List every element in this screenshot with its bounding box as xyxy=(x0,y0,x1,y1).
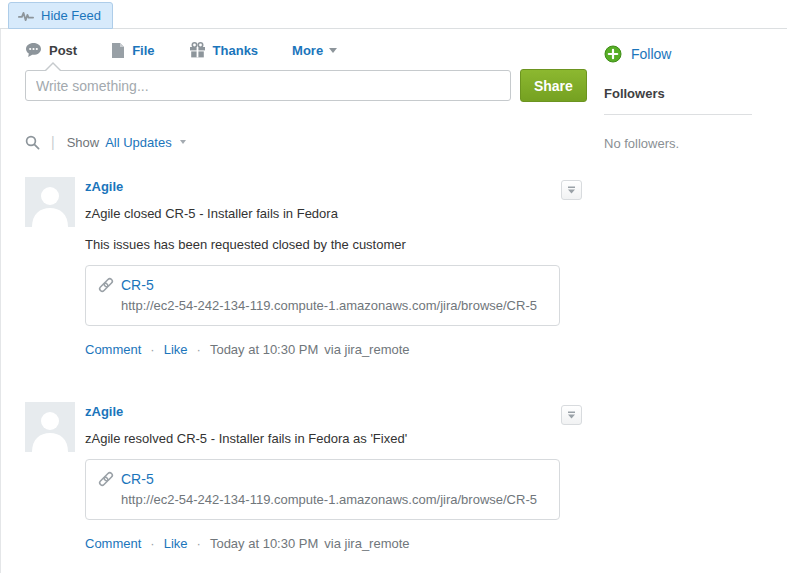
dot-separator: · xyxy=(150,342,154,357)
feed-item-menu-button[interactable] xyxy=(561,405,582,425)
avatar[interactable] xyxy=(25,402,75,452)
tab-thanks[interactable]: Thanks xyxy=(189,42,259,58)
feed-pulse-icon xyxy=(18,9,34,23)
hide-feed-tab[interactable]: Hide Feed xyxy=(8,2,113,29)
feed-item-headline: zAgile resolved CR-5 - Installer fails i… xyxy=(85,431,560,446)
post-bubble-icon xyxy=(25,42,42,58)
comment-link[interactable]: Comment xyxy=(85,536,141,551)
timestamp[interactable]: Today at 10:30 PM xyxy=(210,342,318,357)
controls-divider: | xyxy=(51,134,55,150)
no-followers-text: No followers. xyxy=(604,136,769,151)
search-icon[interactable] xyxy=(25,135,40,150)
filter-chevron-down-icon[interactable] xyxy=(180,140,186,144)
feed-filter-link[interactable]: All Updates xyxy=(105,135,171,150)
publisher: Share xyxy=(25,70,587,102)
link-title[interactable]: CR-5 xyxy=(121,471,154,487)
more-label: More xyxy=(292,43,323,58)
tab-post-label: Post xyxy=(49,43,77,58)
like-link[interactable]: Like xyxy=(164,342,188,357)
feed-item-body: zAgile zAgile resolved CR-5 - Installer … xyxy=(85,402,560,551)
author-link[interactable]: zAgile xyxy=(85,179,123,194)
follow-sidebar: Follow Followers No followers. xyxy=(604,29,769,573)
dot-separator: · xyxy=(197,536,201,551)
publisher-pointer xyxy=(45,62,61,70)
chevron-down-icon xyxy=(329,48,337,53)
dot-separator: · xyxy=(150,536,154,551)
link-title[interactable]: CR-5 xyxy=(121,277,154,293)
like-link[interactable]: Like xyxy=(164,536,188,551)
feed-item-headline: zAgile closed CR-5 - Installer fails in … xyxy=(85,206,560,221)
show-label: Show xyxy=(67,135,100,150)
follow-row: Follow xyxy=(604,45,769,63)
attached-link-card: CR-5 http://ec2-54-242-134-119.compute-1… xyxy=(85,265,560,326)
avatar[interactable] xyxy=(25,177,75,227)
gift-icon xyxy=(189,42,206,58)
file-icon xyxy=(111,42,125,59)
publisher-tabs: Post File xyxy=(25,40,587,60)
follow-plus-icon[interactable] xyxy=(604,45,622,63)
comment-link[interactable]: Comment xyxy=(85,342,141,357)
sidebar-divider xyxy=(604,114,752,115)
feed-list: zAgile zAgile closed CR-5 - Installer fa… xyxy=(25,177,587,551)
link-url: http://ec2-54-242-134-119.compute-1.amaz… xyxy=(121,492,547,507)
feed-item: zAgile zAgile resolved CR-5 - Installer … xyxy=(25,402,582,551)
link-chain-icon xyxy=(98,471,114,487)
menu-caret-icon xyxy=(567,186,576,194)
tab-thanks-label: Thanks xyxy=(213,43,259,58)
tab-post[interactable]: Post xyxy=(25,42,77,58)
more-menu-button[interactable]: More xyxy=(292,43,337,58)
feed-item-body: zAgile zAgile closed CR-5 - Installer fa… xyxy=(85,177,560,357)
feed-tab-strip: Hide Feed xyxy=(0,0,787,29)
dot-separator: · xyxy=(197,342,201,357)
menu-caret-icon xyxy=(567,411,576,419)
tab-file[interactable]: File xyxy=(111,42,154,59)
post-input[interactable] xyxy=(25,70,511,101)
feed-page: Post File xyxy=(0,29,787,573)
share-button[interactable]: Share xyxy=(520,69,587,102)
author-link[interactable]: zAgile xyxy=(85,404,123,419)
link-chain-icon xyxy=(98,277,114,293)
follow-link[interactable]: Follow xyxy=(631,46,671,62)
via-source: via jira_remote xyxy=(324,536,409,551)
feed-item-actions: Comment · Like · Today at 10:30 PM via j… xyxy=(85,342,560,357)
feed-main-column: Post File xyxy=(1,29,587,573)
via-source: via jira_remote xyxy=(324,342,409,357)
feed-item-text: This issues has been requested closed by… xyxy=(85,237,560,252)
tab-file-label: File xyxy=(132,43,154,58)
link-url: http://ec2-54-242-134-119.compute-1.amaz… xyxy=(121,298,547,313)
hide-feed-label: Hide Feed xyxy=(41,8,101,23)
timestamp[interactable]: Today at 10:30 PM xyxy=(210,536,318,551)
feed-item-actions: Comment · Like · Today at 10:30 PM via j… xyxy=(85,536,560,551)
feed-item: zAgile zAgile closed CR-5 - Installer fa… xyxy=(25,177,582,357)
feed-item-menu-button[interactable] xyxy=(561,180,582,200)
feed-controls: | Show All Updates xyxy=(25,133,587,151)
followers-heading: Followers xyxy=(604,86,769,101)
attached-link-card: CR-5 http://ec2-54-242-134-119.compute-1… xyxy=(85,459,560,520)
